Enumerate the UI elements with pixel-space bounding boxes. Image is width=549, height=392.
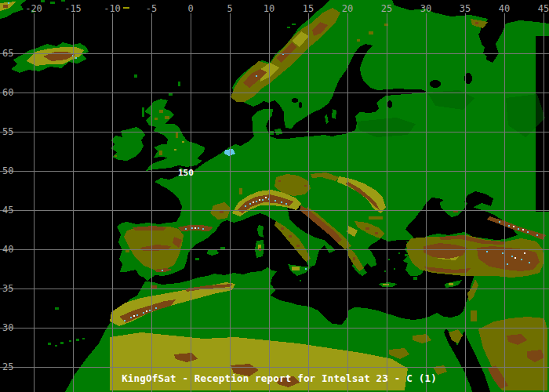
longitude-tick-label: -15 bbox=[64, 3, 82, 14]
bohemia-core bbox=[278, 180, 281, 182]
alps-peak bbox=[274, 200, 276, 201]
sierra-nevada-peak bbox=[162, 270, 163, 271]
finland-hills bbox=[369, 31, 373, 34]
gulf-of-riga bbox=[370, 103, 378, 111]
pyrenees-peak bbox=[191, 227, 193, 229]
atlas-peak bbox=[130, 317, 132, 318]
island-canary bbox=[69, 340, 71, 342]
alps-peak bbox=[262, 199, 264, 201]
norway-glacier bbox=[256, 75, 257, 77]
scotland-hills bbox=[159, 110, 163, 113]
longitude-tick-label: 45 bbox=[538, 3, 549, 14]
armenian-peak bbox=[521, 259, 522, 260]
armenian-peak bbox=[529, 262, 530, 263]
latitude-tick-label: 40 bbox=[2, 244, 13, 255]
england-hill-dot bbox=[174, 149, 176, 151]
armenian-peak bbox=[502, 252, 504, 254]
beam-contour-fragment bbox=[123, 7, 129, 9]
caucasus-peak bbox=[499, 221, 500, 223]
cyprus-hills bbox=[449, 283, 453, 285]
latitude-tick-label: 55 bbox=[2, 126, 13, 137]
atlas-peak bbox=[124, 320, 125, 321]
pyrenees-peak bbox=[198, 227, 199, 229]
longitude-tick-label: 15 bbox=[303, 3, 314, 14]
longitude-tick-label: 10 bbox=[264, 3, 274, 14]
caucasus-peak bbox=[536, 234, 538, 236]
finland-hills bbox=[357, 39, 360, 42]
caucasus-snow bbox=[513, 226, 514, 227]
armenian-peak bbox=[486, 251, 488, 252]
beam-contour-label: 150 bbox=[178, 168, 194, 178]
island-ibiza bbox=[195, 258, 199, 260]
footer-title: KingOfSat - Reception report for Intelsa… bbox=[122, 372, 437, 384]
island-madeira bbox=[55, 307, 59, 310]
latitude-tick-label: 35 bbox=[2, 283, 13, 294]
sicily-hills bbox=[292, 267, 300, 270]
islands-lofoten bbox=[292, 24, 296, 25]
pyrenees-snow bbox=[195, 227, 196, 229]
armenian-peak bbox=[511, 256, 513, 257]
alps-peak bbox=[256, 201, 257, 202]
latitude-tick-label: 45 bbox=[2, 205, 13, 216]
longitude-tick-label: -10 bbox=[104, 3, 121, 14]
pyrenees-peak bbox=[202, 228, 204, 230]
atlas-peak bbox=[155, 307, 157, 309]
lake-peipus bbox=[387, 100, 392, 108]
greenland-glacier bbox=[8, 2, 9, 4]
island-djerba bbox=[274, 298, 276, 299]
island-canary bbox=[55, 345, 57, 347]
vosges-jura-hills bbox=[239, 188, 242, 194]
alps-snow bbox=[259, 199, 260, 201]
island-canary bbox=[76, 339, 79, 341]
longitude-tick-label: 5 bbox=[227, 3, 232, 14]
island-funen bbox=[270, 131, 274, 135]
longitude-tick-label: 25 bbox=[381, 3, 392, 14]
ararat-snow bbox=[514, 257, 516, 259]
lake-vattern bbox=[299, 102, 302, 108]
longitude-tick-label: -5 bbox=[146, 3, 157, 14]
lake-vanern bbox=[292, 98, 298, 103]
islands-lofoten bbox=[287, 27, 290, 28]
apennine-core bbox=[281, 227, 284, 230]
longitude-tick-label: 20 bbox=[342, 3, 353, 14]
crete-hills bbox=[383, 284, 389, 285]
caucasus-peak bbox=[508, 225, 510, 227]
jordan-hills bbox=[471, 310, 477, 321]
atlas-peak bbox=[143, 312, 144, 314]
alps-peak bbox=[249, 203, 251, 205]
finland-hills bbox=[384, 24, 388, 26]
longitude-tick-label: -20 bbox=[25, 3, 42, 14]
island-menorca bbox=[220, 247, 225, 249]
atlas-snow bbox=[133, 315, 135, 317]
scotland-hills bbox=[165, 116, 169, 119]
atlas-snow bbox=[146, 310, 147, 312]
caucasus-peak bbox=[527, 231, 529, 233]
island-malta bbox=[300, 280, 301, 281]
etna-peak bbox=[305, 268, 307, 270]
alps-peak bbox=[245, 205, 246, 207]
latitude-tick-label: 30 bbox=[2, 322, 13, 333]
ararat-snow bbox=[524, 252, 525, 254]
atlas-peak bbox=[149, 310, 151, 311]
island-shetland bbox=[178, 82, 180, 86]
atlas-peak bbox=[136, 314, 138, 316]
pyrenees-peak bbox=[185, 228, 187, 230]
apennine-core bbox=[289, 235, 292, 238]
pindus-core bbox=[353, 257, 355, 260]
alps-peak bbox=[285, 203, 287, 205]
island-orkney bbox=[169, 93, 173, 96]
latitude-tick-label: 50 bbox=[2, 165, 13, 176]
island-gotland bbox=[332, 109, 336, 119]
england-hill-dot bbox=[182, 141, 184, 143]
island-lesbos bbox=[405, 254, 408, 256]
scotland-hills bbox=[155, 118, 158, 120]
greenland-speck bbox=[41, 0, 45, 2]
latitude-tick-label: 25 bbox=[2, 361, 13, 372]
map-canvas: -20-15-10-505101520253035404565605550454… bbox=[0, 0, 549, 392]
greenland-speck bbox=[61, 0, 65, 2]
island-canary bbox=[60, 342, 64, 344]
aegean-island bbox=[388, 259, 390, 260]
balkan-core bbox=[375, 232, 378, 234]
island-canary bbox=[48, 343, 51, 345]
alps-snow bbox=[265, 197, 267, 198]
